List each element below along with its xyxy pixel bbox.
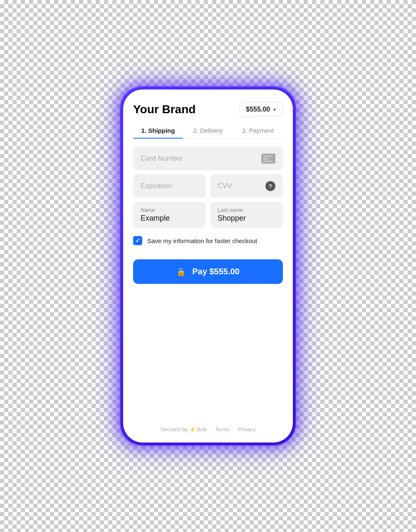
terms-link[interactable]: Terms (215, 426, 229, 433)
step-delivery[interactable]: 2. Delivery (183, 127, 233, 138)
price-dropdown-button[interactable]: $555.00 ▼ (240, 102, 283, 117)
cvv-field[interactable]: CVV ? (210, 174, 283, 198)
first-name-value: Example (141, 214, 198, 223)
header: Your Brand $555.00 ▼ (133, 102, 283, 117)
expiry-cvv-row: Expiration CVV ? (133, 174, 283, 198)
card-line-2 (263, 158, 269, 159)
payment-form: Card Number Expiration CVV (133, 147, 283, 412)
name-fields-row: Name Example Last name Shopper (133, 202, 283, 228)
last-name-field[interactable]: Last name Shopper (210, 202, 283, 228)
card-line-3 (263, 161, 272, 162)
phone-screen: Your Brand $555.00 ▼ 1. Shipping 2. Deli… (123, 89, 293, 443)
expiration-placeholder: Expiration (141, 182, 172, 190)
card-number-field[interactable]: Card Number (133, 147, 283, 170)
phone-frame: Your Brand $555.00 ▼ 1. Shipping 2. Deli… (121, 87, 295, 445)
price-label: $555.00 (246, 106, 270, 113)
phone-border: Your Brand $555.00 ▼ 1. Shipping 2. Deli… (121, 87, 295, 445)
bolt-lightning-icon: ⚡ (189, 426, 196, 433)
save-info-checkbox[interactable]: ✓ (133, 236, 142, 245)
bolt-logo: ⚡Bolt (189, 426, 206, 433)
first-name-field[interactable]: Name Example (133, 202, 206, 228)
pay-button[interactable]: 🔒 Pay $555.00 (133, 259, 283, 284)
checkmark-icon: ✓ (135, 237, 140, 244)
privacy-link[interactable]: Privacy (238, 426, 256, 433)
chevron-down-icon: ▼ (272, 107, 277, 112)
last-name-label: Last name (218, 207, 275, 213)
secured-by-text: Secured by ⚡Bolt (161, 426, 207, 433)
save-info-row: ✓ Save my information for faster checkou… (133, 232, 283, 249)
expiration-field[interactable]: Expiration (133, 174, 206, 198)
card-line-1 (263, 156, 272, 157)
pay-button-label: Pay $555.00 (192, 267, 239, 276)
first-name-label: Name (141, 207, 198, 213)
brand-title: Your Brand (133, 103, 196, 116)
checkout-steps: 1. Shipping 2. Delivery 3. Payment (133, 127, 283, 139)
cvv-help-icon[interactable]: ? (265, 181, 275, 191)
last-name-value: Shopper (218, 214, 275, 223)
lock-icon: 🔒 (176, 267, 186, 276)
step-shipping[interactable]: 1. Shipping (133, 127, 183, 138)
card-number-placeholder: Card Number (141, 154, 183, 163)
save-info-label: Save my information for faster checkout (147, 237, 257, 244)
cvv-placeholder: CVV (218, 182, 232, 190)
card-icon (261, 154, 275, 164)
footer: Secured by ⚡Bolt Terms Privacy (123, 420, 293, 443)
step-payment[interactable]: 3. Payment (233, 127, 283, 138)
main-content: Your Brand $555.00 ▼ 1. Shipping 2. Deli… (123, 89, 293, 420)
spacer (133, 288, 283, 412)
